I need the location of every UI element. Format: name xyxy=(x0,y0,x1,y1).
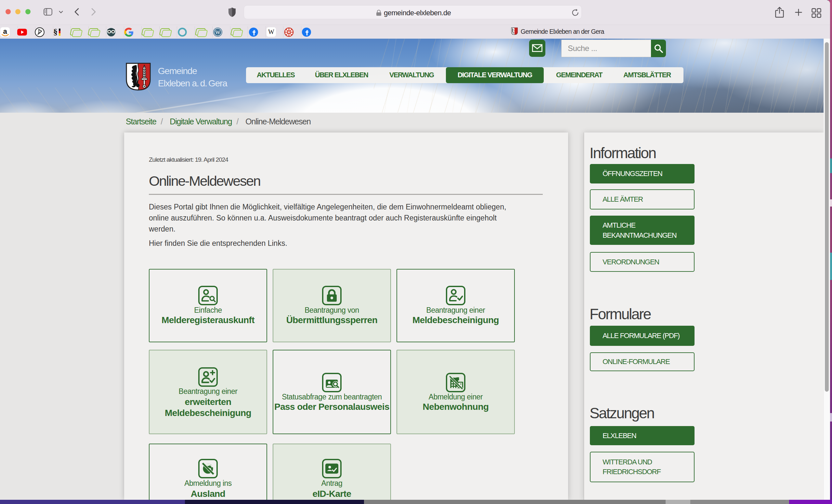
svg-text:§: § xyxy=(53,27,57,37)
svg-text:W: W xyxy=(268,28,274,35)
svg-text:W: W xyxy=(215,29,221,35)
